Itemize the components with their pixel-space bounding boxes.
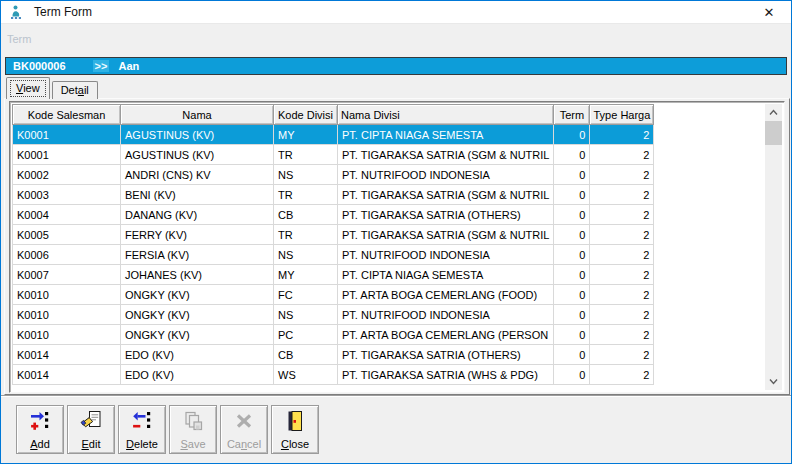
grid-cell[interactable]: BENI (KV) — [121, 185, 274, 205]
grid-cell[interactable]: K0001 — [13, 145, 121, 165]
grid-cell[interactable]: 0 — [554, 145, 590, 165]
grid-cell[interactable]: 2 — [590, 305, 654, 325]
grid-cell[interactable]: 2 — [590, 345, 654, 365]
grid-cell[interactable]: EDO (KV) — [121, 365, 274, 385]
grid-cell[interactable]: PT. ARTA BOGA CEMERLANG (PERSON — [338, 325, 554, 345]
column-header[interactable]: Kode Divisi — [274, 105, 338, 125]
grid-cell[interactable]: 0 — [554, 365, 590, 385]
tab-detail[interactable]: Detail — [52, 81, 98, 99]
grid-cell[interactable]: K0010 — [13, 325, 121, 345]
grid-cell[interactable]: 0 — [554, 245, 590, 265]
grid-cell[interactable]: JOHANES (KV) — [121, 265, 274, 285]
scroll-down-button[interactable] — [765, 373, 782, 390]
grid-cell[interactable]: 2 — [590, 265, 654, 285]
grid-cell[interactable]: 0 — [554, 165, 590, 185]
grid-cell[interactable]: 2 — [590, 225, 654, 245]
table-row[interactable]: K0001AGUSTINUS (KV)TRPT. TIGARAKSA SATRI… — [13, 145, 654, 165]
grid-cell[interactable]: 2 — [590, 165, 654, 185]
grid-cell[interactable]: NS — [274, 165, 338, 185]
grid-cell[interactable]: 0 — [554, 185, 590, 205]
column-header[interactable]: Nama — [121, 105, 274, 125]
grid-cell[interactable]: 2 — [590, 185, 654, 205]
table-row[interactable]: K0004DANANG (KV)CBPT. TIGARAKSA SATRIA (… — [13, 205, 654, 225]
table-row[interactable]: K0010ONGKY (KV)NSPT. NUTRIFOOD INDONESIA… — [13, 305, 654, 325]
grid-cell[interactable]: FERSIA (KV) — [121, 245, 274, 265]
grid-cell[interactable]: CB — [274, 205, 338, 225]
grid-cell[interactable]: K0014 — [13, 365, 121, 385]
grid-cell[interactable]: K0005 — [13, 225, 121, 245]
grid-cell[interactable]: TR — [274, 185, 338, 205]
grid-cell[interactable]: PT. NUTRIFOOD INDONESIA — [338, 165, 554, 185]
grid-cell[interactable]: AGUSTINUS (KV) — [121, 145, 274, 165]
grid-cell[interactable]: FERRY (KV) — [121, 225, 274, 245]
delete-button[interactable]: Delete — [118, 405, 166, 454]
grid-cell[interactable]: 2 — [590, 365, 654, 385]
grid-cell[interactable]: PT. TIGARAKSA SATRIA (SGM & NUTRIL — [338, 185, 554, 205]
grid-cell[interactable]: TR — [274, 145, 338, 165]
grid-cell[interactable]: PT. TIGARAKSA SATRIA (WHS & PDG) — [338, 365, 554, 385]
table-row[interactable]: K0014EDO (KV)WSPT. TIGARAKSA SATRIA (WHS… — [13, 365, 654, 385]
grid-cell[interactable]: TR — [274, 225, 338, 245]
grid-cell[interactable]: 2 — [590, 245, 654, 265]
grid-cell[interactable]: 2 — [590, 285, 654, 305]
table-row[interactable]: K0003BENI (KV)TRPT. TIGARAKSA SATRIA (SG… — [13, 185, 654, 205]
grid-cell[interactable]: ANDRI (CNS) KV — [121, 165, 274, 185]
grid-cell[interactable]: 0 — [554, 125, 590, 145]
grid-cell[interactable]: NS — [274, 245, 338, 265]
column-header[interactable]: Nama Divisi — [338, 105, 554, 125]
window-close-button[interactable]: ✕ — [747, 1, 791, 24]
vertical-scrollbar[interactable] — [765, 104, 782, 390]
grid-cell[interactable]: 0 — [554, 265, 590, 285]
grid-cell[interactable]: PT. CIPTA NIAGA SEMESTA — [338, 125, 554, 145]
grid-cell[interactable]: ONGKY (KV) — [121, 305, 274, 325]
table-row[interactable]: K0005FERRY (KV)TRPT. TIGARAKSA SATRIA (S… — [13, 225, 654, 245]
grid-cell[interactable]: FC — [274, 285, 338, 305]
grid-cell[interactable]: AGUSTINUS (KV) — [121, 125, 274, 145]
grid-cell[interactable]: 2 — [590, 325, 654, 345]
grid-cell[interactable]: 2 — [590, 145, 654, 165]
grid-cell[interactable]: EDO (KV) — [121, 345, 274, 365]
grid-cell[interactable]: K0014 — [13, 345, 121, 365]
grid-cell[interactable]: K0003 — [13, 185, 121, 205]
add-button[interactable]: Add — [16, 405, 64, 454]
column-header[interactable]: Type Harga — [590, 105, 654, 125]
table-row[interactable]: K0014EDO (KV)CBPT. TIGARAKSA SATRIA (OTH… — [13, 345, 654, 365]
grid-cell[interactable]: PT. TIGARAKSA SATRIA (OTHERS) — [338, 205, 554, 225]
grid-cell[interactable]: PT. NUTRIFOOD INDONESIA — [338, 305, 554, 325]
scroll-up-button[interactable] — [765, 104, 782, 121]
grid-cell[interactable]: DANANG (KV) — [121, 205, 274, 225]
edit-button[interactable]: Edit — [67, 405, 115, 454]
close-form-button[interactable]: Close — [271, 405, 319, 454]
column-header[interactable]: Kode Salesman — [13, 105, 121, 125]
grid-cell[interactable]: NS — [274, 305, 338, 325]
grid-cell[interactable]: 0 — [554, 285, 590, 305]
table-row[interactable]: K0001AGUSTINUS (KV)MYPT. CIPTA NIAGA SEM… — [13, 125, 654, 145]
grid-cell[interactable]: K0001 — [13, 125, 121, 145]
grid-cell[interactable]: 0 — [554, 325, 590, 345]
grid-cell[interactable]: K0004 — [13, 205, 121, 225]
table-row[interactable]: K0010ONGKY (KV)FCPT. ARTA BOGA CEMERLANG… — [13, 285, 654, 305]
grid-cell[interactable]: K0010 — [13, 305, 121, 325]
grid-cell[interactable]: PC — [274, 325, 338, 345]
grid-cell[interactable]: 2 — [590, 205, 654, 225]
grid-cell[interactable]: K0007 — [13, 265, 121, 285]
grid-cell[interactable]: PT. ARTA BOGA CEMERLANG (FOOD) — [338, 285, 554, 305]
grid-cell[interactable]: K0010 — [13, 285, 121, 305]
table-row[interactable]: K0006FERSIA (KV)NSPT. NUTRIFOOD INDONESI… — [13, 245, 654, 265]
table-row[interactable]: K0002ANDRI (CNS) KVNSPT. NUTRIFOOD INDON… — [13, 165, 654, 185]
grid-cell[interactable]: CB — [274, 345, 338, 365]
grid-cell[interactable]: 0 — [554, 345, 590, 365]
grid-cell[interactable]: PT. TIGARAKSA SATRIA (OTHERS) — [338, 345, 554, 365]
grid-cell[interactable]: PT. NUTRIFOOD INDONESIA — [338, 245, 554, 265]
tab-view[interactable]: View — [6, 77, 50, 99]
table-row[interactable]: K0010ONGKY (KV)PCPT. ARTA BOGA CEMERLANG… — [13, 325, 654, 345]
grid-cell[interactable]: ONGKY (KV) — [121, 285, 274, 305]
grid-cell[interactable]: K0002 — [13, 165, 121, 185]
grid-cell[interactable]: WS — [274, 365, 338, 385]
grid-cell[interactable]: K0006 — [13, 245, 121, 265]
scroll-thumb[interactable] — [765, 121, 782, 145]
grid-cell[interactable]: 2 — [590, 125, 654, 145]
grid-cell[interactable]: PT. TIGARAKSA SATRIA (SGM & NUTRIL — [338, 145, 554, 165]
grid-cell[interactable]: PT. CIPTA NIAGA SEMESTA — [338, 265, 554, 285]
grid-cell[interactable]: PT. TIGARAKSA SATRIA (SGM & NUTRIL — [338, 225, 554, 245]
